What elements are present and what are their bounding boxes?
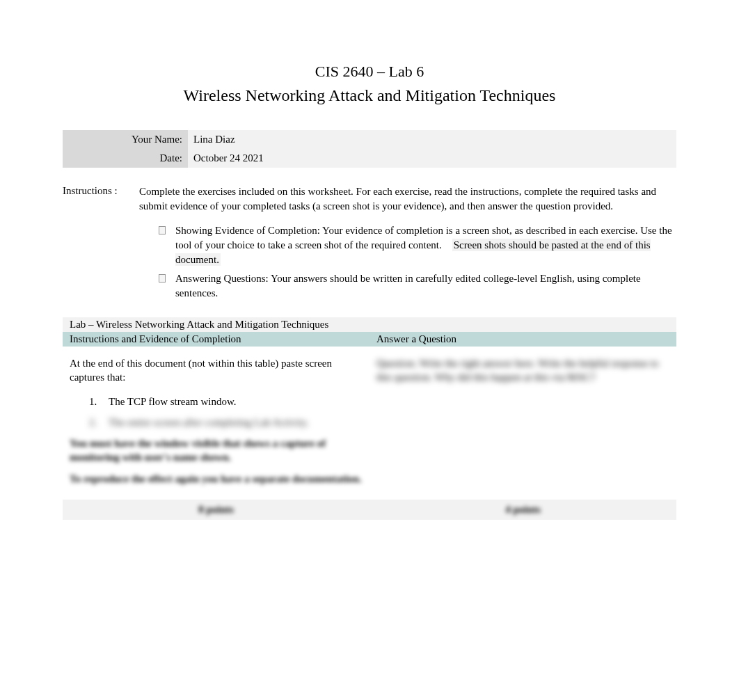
instructions-body: Complete the exercises included on this … (139, 184, 676, 305)
date-row: Date: October 24 2021 (63, 149, 676, 168)
date-value: October 24 2021 (188, 149, 676, 168)
name-row: Your Name: Lina Diaz (63, 130, 676, 149)
capture-instructions: At the end of this document (not within … (70, 356, 363, 385)
instructions-section: Instructions : Complete the exercises in… (63, 184, 676, 305)
bullet-lead: Answering Questions: (175, 273, 271, 284)
instructions-label: Instructions : (63, 184, 139, 305)
lab-column-headers: Instructions and Evidence of Completion … (63, 332, 676, 347)
lab-table-title: Lab – Wireless Networking Attack and Mit… (63, 317, 676, 332)
left-points: 8 points (198, 504, 233, 516)
capture-list: 1. The TCP flow stream window. 2. The en… (70, 395, 363, 430)
item-number: 2. (89, 415, 97, 429)
bullet-lead: Showing Evidence of Completion: (175, 225, 322, 236)
list-item: 1. The TCP flow stream window. (89, 395, 363, 408)
answer-column-header: Answer a Question (370, 332, 676, 347)
item-text-blurred: The entire screen after completing Lab A… (109, 417, 309, 428)
document-header: CIS 2640 – Lab 6 Wireless Networking Att… (63, 63, 676, 105)
left-points-cell: 8 points (63, 500, 370, 520)
item-number: 1. (89, 395, 97, 408)
name-value: Lina Diaz (188, 130, 676, 149)
lab-content-row: At the end of this document (not within … (63, 347, 676, 500)
list-item: 2. The entire screen after completing La… (89, 415, 363, 429)
instructions-cell: At the end of this document (not within … (63, 347, 370, 500)
points-row: 8 points 4 points (63, 500, 676, 520)
lab-exercise-table: Lab – Wireless Networking Attack and Mit… (63, 317, 676, 520)
lab-title: Wireless Networking Attack and Mitigatio… (63, 86, 676, 105)
instructions-column-header: Instructions and Evidence of Completion (63, 332, 370, 347)
lab-title-row: Lab – Wireless Networking Attack and Mit… (63, 317, 676, 332)
instructions-bullets: Showing Evidence of Completion: Your evi… (139, 223, 676, 301)
course-code-title: CIS 2640 – Lab 6 (63, 63, 676, 81)
student-info-table: Your Name: Lina Diaz Date: October 24 20… (63, 130, 676, 168)
right-points: 4 points (505, 504, 540, 516)
item-text: The TCP flow stream window. (109, 396, 237, 407)
name-label: Your Name: (63, 130, 188, 149)
bullet-answering: Answering Questions: Your answers should… (159, 271, 676, 301)
instructions-intro: Complete the exercises included on this … (139, 184, 676, 214)
blurred-instruction-1: You must have the window visible that sh… (70, 436, 363, 465)
answer-cell: Question. Write the right answer here. W… (370, 347, 676, 500)
answer-blurred-text: Question. Write the right answer here. W… (376, 356, 669, 385)
bullet-evidence: Showing Evidence of Completion: Your evi… (159, 223, 676, 267)
date-label: Date: (63, 149, 188, 168)
blurred-instruction-2: To reproduce the effect again you have a… (70, 472, 363, 486)
right-points-cell: 4 points (370, 500, 676, 520)
